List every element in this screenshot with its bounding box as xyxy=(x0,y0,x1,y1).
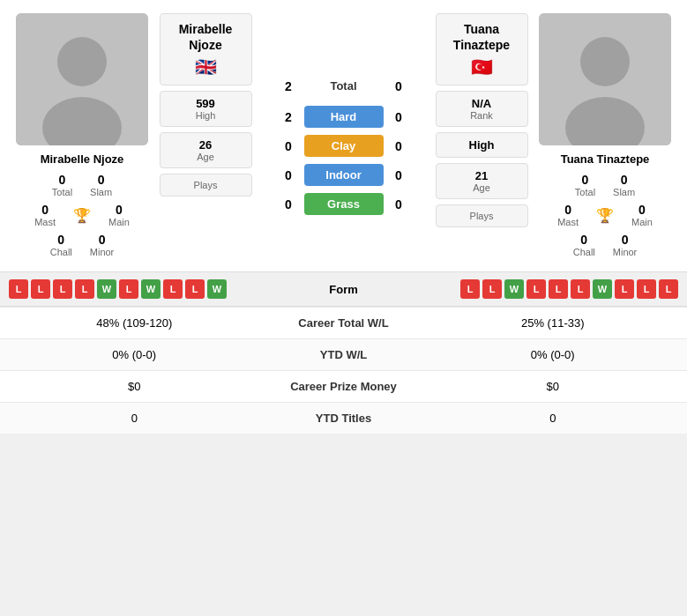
left-age-label: Age xyxy=(166,152,246,162)
right-mast-label: Mast xyxy=(557,217,579,227)
right-form-5: L xyxy=(549,279,568,299)
comp-indoor-badge: Indoor xyxy=(304,164,384,186)
comp-grass-badge: Grass xyxy=(304,193,384,215)
comp-indoor-row: 0 Indoor 0 xyxy=(273,164,414,186)
left-minor-value: 0 xyxy=(99,233,106,247)
comp-grass-row: 0 Grass 0 xyxy=(273,193,414,215)
right-high-box: High xyxy=(436,132,528,158)
left-plays-box: Plays xyxy=(160,174,252,197)
ytd-titles-left: 0 xyxy=(13,412,256,425)
form-section: L L L L W L W L L W Form L L W L L L W L… xyxy=(0,271,687,307)
left-trophy-icon: 🏆 xyxy=(73,203,91,227)
right-form-3: W xyxy=(504,279,524,299)
ytd-wl-row: 0% (0-0) YTD W/L 0% (0-0) xyxy=(0,338,687,370)
comp-left-hard: 2 xyxy=(273,110,304,124)
career-wl-left: 48% (109-120) xyxy=(13,316,256,330)
right-main-stat: 0 Main xyxy=(631,203,653,227)
right-minor-label: Minor xyxy=(613,247,638,257)
comp-left-clay: 0 xyxy=(273,139,304,153)
comp-right-grass: 0 xyxy=(384,197,414,212)
left-mast-value: 0 xyxy=(41,203,49,217)
ytd-wl-left: 0% (0-0) xyxy=(13,348,256,361)
right-form-badges: L L W L L L W L L L xyxy=(414,279,678,299)
right-mast-value: 0 xyxy=(564,203,571,217)
right-main-label: Main xyxy=(631,217,653,227)
right-form-7: W xyxy=(593,279,612,299)
right-player-card: Tuana Tinaztepe 0 Total 0 Slam 0 Mast 🏆 xyxy=(530,13,680,263)
right-total-stat: 0 Total xyxy=(575,173,595,197)
comp-hard-badge: Hard xyxy=(304,106,384,128)
left-chall-label: Chall xyxy=(50,247,72,257)
left-age-value: 26 xyxy=(166,138,246,152)
comp-right-indoor: 0 xyxy=(384,168,414,182)
left-avatar-svg xyxy=(16,13,148,145)
right-high-value: High xyxy=(442,138,522,152)
comp-clay-row: 0 Clay 0 xyxy=(273,135,414,157)
left-main-stat: 0 Main xyxy=(108,203,130,227)
left-age-box: 26 Age xyxy=(160,132,252,168)
left-form-8: L xyxy=(163,279,183,299)
stats-rows-section: 48% (109-120) Career Total W/L 25% (11-3… xyxy=(0,307,687,434)
right-player-name: Tuana Tinaztepe xyxy=(561,152,650,166)
right-plays-box: Plays xyxy=(436,204,528,227)
left-form-1: L xyxy=(9,279,28,299)
left-slam-value: 0 xyxy=(98,173,105,187)
comp-right-clay: 0 xyxy=(384,139,414,153)
right-info-name: TuanaTinaztepe xyxy=(444,21,520,53)
left-form-2: L xyxy=(31,279,50,299)
left-form-badges: L L L L W L W L L W xyxy=(9,279,273,299)
svg-point-4 xyxy=(580,37,630,86)
right-na-box: N/A Rank xyxy=(436,91,528,127)
right-slam-value: 0 xyxy=(621,173,628,187)
left-form-9: L xyxy=(185,279,205,299)
comp-total-row: 2 Total 0 xyxy=(273,75,414,97)
left-center-info: MirabelleNjoze 🇬🇧 599 High 26 Age Plays xyxy=(157,13,254,263)
svg-point-1 xyxy=(57,37,107,86)
left-mast-stat: 0 Mast xyxy=(34,203,56,227)
right-form-8: L xyxy=(615,279,634,299)
right-chall-value: 0 xyxy=(580,233,587,247)
right-total-value: 0 xyxy=(582,173,589,187)
right-mast-stat: 0 Mast xyxy=(557,203,579,227)
right-form-6: L xyxy=(571,279,590,299)
right-slam-stat: 0 Slam xyxy=(613,173,635,197)
right-form-2: L xyxy=(482,279,502,299)
left-form-4: L xyxy=(75,279,94,299)
left-chall-value: 0 xyxy=(57,233,64,247)
comp-left-total: 2 xyxy=(273,79,304,93)
right-age-label: Age xyxy=(442,182,522,193)
right-avatar-svg xyxy=(539,13,671,145)
right-form-9: L xyxy=(637,279,656,299)
ytd-titles-row: 0 YTD Titles 0 xyxy=(0,402,687,434)
comp-left-indoor: 0 xyxy=(273,168,304,182)
right-stats-row1: 0 Total 0 Slam xyxy=(575,173,635,197)
left-form-7: W xyxy=(141,279,161,299)
right-stats-row3: 0 Chall 0 Minor xyxy=(573,233,638,257)
career-wl-label: Career Total W/L xyxy=(256,316,432,330)
left-stats-row3: 0 Chall 0 Minor xyxy=(50,233,115,257)
comp-left-grass: 0 xyxy=(273,197,304,212)
left-stats-row1: 0 Total 0 Slam xyxy=(52,173,112,197)
left-total-label: Total xyxy=(52,187,72,197)
left-total-value: 0 xyxy=(59,173,66,187)
right-rank-value: N/A xyxy=(442,97,522,110)
left-rank-value: 599 xyxy=(166,97,246,110)
right-flag-icon: 🇹🇷 xyxy=(444,56,520,78)
career-wl-row: 48% (109-120) Career Total W/L 25% (11-3… xyxy=(0,307,687,338)
right-player-avatar xyxy=(539,13,671,145)
comparison-middle: 2 Total 0 2 Hard 0 0 Clay 0 0 Indoor 0 xyxy=(254,13,433,263)
left-main-label: Main xyxy=(108,217,130,227)
prize-label: Career Prize Money xyxy=(256,380,432,393)
left-slam-stat: 0 Slam xyxy=(90,173,112,197)
left-minor-label: Minor xyxy=(90,247,115,257)
right-age-value: 21 xyxy=(442,169,522,182)
left-player-avatar xyxy=(16,13,148,145)
left-stats-row2: 0 Mast 🏆 0 Main xyxy=(34,203,130,227)
left-chall-stat: 0 Chall xyxy=(50,233,72,257)
comp-clay-badge: Clay xyxy=(304,135,384,157)
left-slam-label: Slam xyxy=(90,187,112,197)
right-age-box: 21 Age xyxy=(436,163,528,199)
right-form-1: L xyxy=(460,279,480,299)
left-form-10: W xyxy=(207,279,227,299)
right-center-info: TuanaTinaztepe 🇹🇷 N/A Rank High 21 Age P… xyxy=(433,13,530,263)
